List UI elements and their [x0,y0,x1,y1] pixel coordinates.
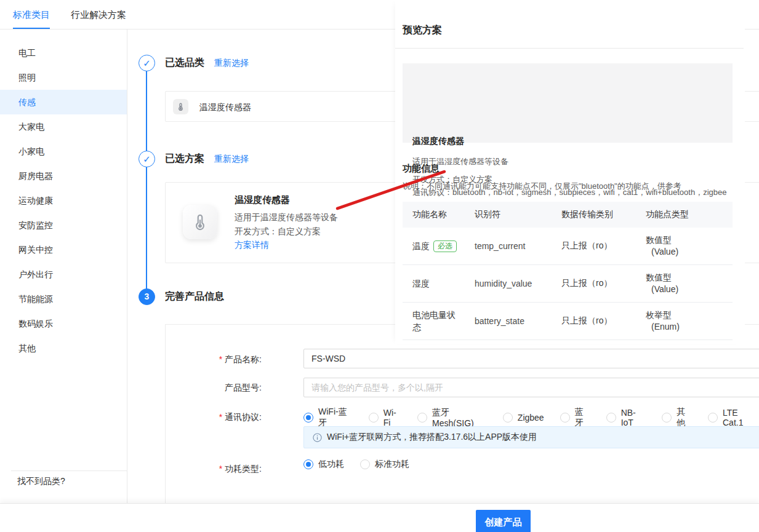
cell-identifier: temp_current [475,241,561,251]
function-info-note: 说明：不同通讯能力可能支持功能点不同，仅展示"bluetooth"的功能点，供参… [403,181,681,192]
protocol-hint-banner: WiFi+蓝牙联网方式，推荐搭配3.17.6以上APP版本使用 [303,426,759,448]
tab-standard-category[interactable]: 标准类目 [13,0,50,29]
radio-icon [417,413,427,423]
step-connector-line [146,63,147,297]
selected-category-name: 温湿度传感器 [199,92,251,122]
category-list: 电工 照明 传感 大家电 小家电 厨房电器 运动健康 安防监控 网关中控 户外出… [0,41,127,360]
col-identifier: 识别符 [475,209,561,220]
power-type-radio-group: 低功耗 标准功耗 [303,459,425,470]
protocol-label: *通讯协议: [132,412,262,423]
sidebar-item-security-monitor[interactable]: 安防监控 [0,213,127,237]
sidebar-item-kitchen-appliance[interactable]: 厨房电器 [0,164,127,188]
sidebar-item-large-appliance[interactable]: 大家电 [0,114,127,139]
tab-standard-category-label: 标准类目 [13,9,50,20]
cell-name: 温度必选 [412,240,475,252]
preview-divider [395,48,744,49]
solution-detail-link[interactable]: 方案详情 [235,240,269,251]
step3-title: 完善产品信息 [165,290,224,303]
radio-selected-icon [303,459,313,469]
table-row: 电池电量状态 battery_state 只上报（ro） 枚举型(Enum) [403,303,733,340]
cell-name: 电池电量状态 [412,309,475,333]
cell-transfer: 只上报（ro） [561,240,646,252]
power-type-label: *功耗类型: [132,464,262,475]
info-icon [313,433,322,442]
radio-icon [360,459,370,469]
product-model-label: 产品型号: [132,383,262,394]
function-info-heading: 功能信息 [403,163,440,175]
sidebar-item-outdoor-travel[interactable]: 户外出行 [0,262,127,287]
sidebar-item-energy-saving[interactable]: 节能能源 [0,287,127,311]
step1-check-icon: ✓ [139,55,155,71]
sidebar-item-digital-entertainment[interactable]: 数码娱乐 [0,311,127,336]
thermometer-icon [183,205,217,239]
sidebar-item-gateway-control[interactable]: 网关中控 [0,237,127,262]
preview-solution-name: 温湿度传感器 [412,136,464,147]
preview-solution-panel: 预览方案 温湿度传感器 适用于温湿度传感器等设备 开发方式：自定义方案 通讯协议… [395,0,745,344]
protocol-hint-text: WiFi+蓝牙联网方式，推荐搭配3.17.6以上APP版本使用 [327,432,537,443]
step3-number-badge: 3 [139,288,155,305]
solution-name: 温湿度传感器 [235,194,290,206]
radio-other[interactable]: 其他 [662,407,692,429]
radio-nb-iot[interactable]: NB-IoT [606,408,646,427]
cell-transfer: 只上报（ro） [561,278,646,289]
radio-lte-cat1[interactable]: LTE Cat.1 [708,408,758,427]
step1-title: 已选品类 [165,57,204,69]
cannot-find-category-link[interactable]: 找不到品类? [17,476,65,487]
cell-name: 湿度 [412,277,475,290]
category-sidebar: 电工 照明 传感 大家电 小家电 厨房电器 运动健康 安防监控 网关中控 户外出… [0,30,127,504]
radio-bluetooth[interactable]: 蓝牙 [560,407,590,429]
product-name-label: *产品名称: [132,354,262,365]
col-transfer-type: 数据传输类别 [561,209,646,220]
function-table-header: 功能名称 识别符 数据传输类别 功能点类型 [403,202,733,228]
radio-standard-power[interactable]: 标准功耗 [360,459,409,470]
sidebar-item-others[interactable]: 其他 [0,336,127,360]
radio-low-power[interactable]: 低功耗 [303,459,344,470]
radio-zigbee[interactable]: Zigbee [503,413,544,423]
step1-reselect-link[interactable]: 重新选择 [214,58,249,69]
required-badge: 必选 [433,240,457,252]
table-row: 温度必选 temp_current 只上报（ro） 数值型(Value) [403,228,733,265]
cell-dp-type: 数值型(Value) [646,272,733,295]
radio-icon [662,413,672,423]
radio-icon [606,413,616,423]
radio-icon [708,413,718,423]
active-tab-underline [13,28,50,29]
create-product-button[interactable]: 创建产品 [476,510,531,532]
col-dp-type: 功能点类型 [646,209,733,220]
cell-identifier: humidity_value [475,279,561,288]
required-mark: * [219,354,222,364]
tab-industry-solution[interactable]: 行业解决方案 [71,0,126,29]
tab-industry-solution-label: 行业解决方案 [71,9,126,20]
required-mark: * [219,412,222,422]
radio-selected-icon [303,413,313,423]
cell-dp-type: 数值型(Value) [646,234,733,258]
footer-bar: 创建产品 [0,503,759,532]
sidebar-item-electrician[interactable]: 电工 [0,41,127,65]
step2-title: 已选方案 [165,153,204,165]
function-table: 功能名称 识别符 数据传输类别 功能点类型 温度必选 temp_current … [403,202,733,340]
step2-reselect-link[interactable]: 重新选择 [214,154,249,165]
radio-icon [503,413,513,423]
radio-ble-mesh-sig[interactable]: 蓝牙Mesh(SIG) [417,407,487,428]
protocol-radio-group: WiFi-蓝牙 Wi-Fi 蓝牙Mesh(SIG) Zigbee 蓝牙 NB-I… [303,407,759,429]
radio-wifi[interactable]: Wi-Fi [369,408,401,427]
cell-identifier: battery_state [475,316,561,326]
sidebar-item-sport-health[interactable]: 运动健康 [0,188,127,213]
solution-dev-mode: 开发方式：自定义方案 [235,226,321,237]
required-mark: * [219,464,222,474]
step2-check-icon: ✓ [139,151,155,167]
thermometer-icon [173,99,188,114]
sidebar-item-lighting[interactable]: 照明 [0,65,127,90]
sidebar-item-sensor[interactable]: 传感 [0,90,127,114]
sidebar-item-small-appliance[interactable]: 小家电 [0,139,127,164]
product-name-input[interactable] [303,349,759,368]
cell-dp-type: 枚举型(Enum) [646,309,733,333]
table-row: 湿度 humidity_value 只上报（ro） 数值型(Value) [403,265,733,303]
radio-icon [560,413,570,423]
product-model-input[interactable] [303,378,759,397]
preview-summary-box: 温湿度传感器 适用于温湿度传感器等设备 开发方式：自定义方案 通讯协议：blue… [403,63,733,143]
solution-description: 适用于温湿度传感器等设备 [235,212,338,223]
sidebar-divider [11,470,127,471]
radio-wifi-ble[interactable]: WiFi-蓝牙 [303,407,353,429]
col-function-name: 功能名称 [412,209,475,220]
